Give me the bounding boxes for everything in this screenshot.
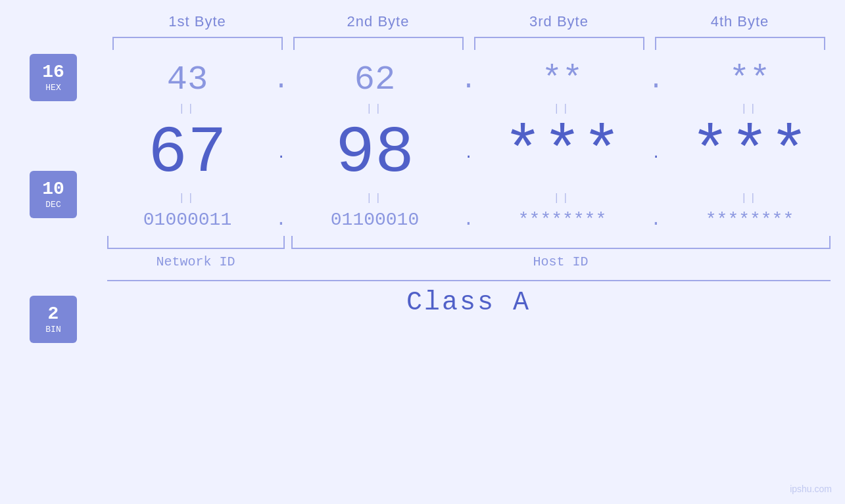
byte3-header: 3rd Byte xyxy=(469,13,650,30)
byte-headers: 1st Byte 2nd Byte 3rd Byte 4th Byte xyxy=(107,13,831,30)
dec-b1-cell: 67 xyxy=(107,118,268,190)
hex-b1-value: 43 xyxy=(167,54,208,106)
hex-dot2: . xyxy=(456,66,482,95)
bin-b3-cell: ******** xyxy=(482,207,643,233)
dec-badge-label: DEC xyxy=(45,200,60,210)
hex-badge-label: HEX xyxy=(45,83,60,93)
hex-b2-cell: 62 xyxy=(295,60,456,101)
bin-b1-cell: 01000011 xyxy=(107,207,268,233)
hex-b2-value: 62 xyxy=(354,54,395,106)
main-container: 1st Byte 2nd Byte 3rd Byte 4th Byte 43 .… xyxy=(0,0,845,504)
dec-b4-cell: *** xyxy=(669,118,831,190)
id-labels: Network ID Host ID xyxy=(107,254,831,269)
host-id-label: Host ID xyxy=(291,254,831,269)
class-bracket-area: Class A xyxy=(107,280,831,317)
hex-row: 43 . 62 . ** . ** xyxy=(107,60,831,101)
bin-b4-cell: ******** xyxy=(669,207,831,233)
hex-badge: 16 HEX xyxy=(30,54,77,101)
bin-badge-number: 2 xyxy=(48,304,59,325)
dec-b2-cell: 98 xyxy=(295,118,456,190)
bracket-byte3 xyxy=(474,37,644,50)
top-brackets xyxy=(107,37,831,50)
dec-badge: 10 DEC xyxy=(30,171,77,218)
dec-b4-value: *** xyxy=(690,113,809,194)
bracket-byte1 xyxy=(112,37,283,50)
watermark: ipshu.com xyxy=(790,484,832,494)
bin-row: 01000011 . 01100010 . ******** . *******… xyxy=(107,207,831,233)
bin-dot2: . xyxy=(456,210,482,230)
dec-dot2: . xyxy=(456,146,482,162)
dec-dot3: . xyxy=(643,146,669,162)
hex-b4-value: ** xyxy=(729,54,770,106)
bin-dot1: . xyxy=(268,210,295,230)
bin-b1-value: 01000011 xyxy=(143,203,231,237)
hex-b3-value: ** xyxy=(542,54,583,106)
dec-b2-value: 98 xyxy=(335,113,414,194)
byte4-header: 4th Byte xyxy=(650,13,831,30)
byte2-header: 2nd Byte xyxy=(288,13,469,30)
bottom-bracket-area: Network ID Host ID xyxy=(107,236,831,269)
byte1-header: 1st Byte xyxy=(107,13,288,30)
bin-badge-label: BIN xyxy=(45,325,60,334)
hex-b1-cell: 43 xyxy=(107,60,268,101)
dec-row: 67 . 98 . *** . *** xyxy=(107,118,831,190)
dec-b1-value: 67 xyxy=(148,113,227,194)
bin-b2-value: 01100010 xyxy=(331,203,419,237)
bin-b2-cell: 01100010 xyxy=(295,207,456,233)
class-label: Class A xyxy=(107,288,831,317)
hex-b3-cell: ** xyxy=(482,60,643,101)
hex-b4-cell: ** xyxy=(669,60,831,101)
hex-dot1: . xyxy=(268,66,295,95)
hex-badge-number: 16 xyxy=(42,62,64,83)
dec-b3-cell: *** xyxy=(482,118,643,190)
network-id-label: Network ID xyxy=(107,254,285,269)
bracket-byte2 xyxy=(293,37,464,50)
bin-b4-value: ******** xyxy=(706,203,794,237)
bottom-brackets xyxy=(107,236,831,249)
bracket-byte4 xyxy=(655,37,825,50)
bin-b3-value: ******** xyxy=(518,203,606,237)
bin-dot3: . xyxy=(643,210,669,230)
dec-b3-value: *** xyxy=(503,113,621,194)
host-id-bracket xyxy=(291,236,831,249)
bin-badge: 2 BIN xyxy=(30,296,77,343)
network-id-bracket xyxy=(107,236,285,249)
dec-dot1: . xyxy=(268,146,295,162)
dec-badge-number: 10 xyxy=(42,179,64,200)
class-bracket-line xyxy=(107,280,831,281)
hex-dot3: . xyxy=(643,66,669,95)
